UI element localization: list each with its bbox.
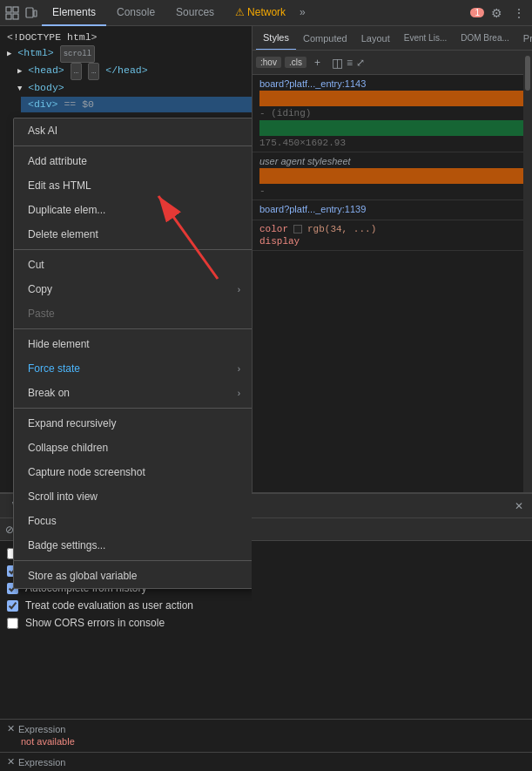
expand-btn-2[interactable]: … [88, 63, 99, 80]
ctx-delete[interactable]: Delete element [14, 222, 253, 247]
expand-btn-1[interactable]: … [71, 63, 82, 80]
green-bar-1 [259, 120, 525, 136]
hov-badge[interactable]: :hov [256, 57, 281, 68]
ctx-force-state[interactable]: Force state › [14, 356, 253, 381]
ctx-break-on[interactable]: Break on › [14, 381, 253, 405]
cls-badge[interactable]: .cls [285, 57, 306, 68]
settings-icon[interactable]: ⚙ [488, 4, 506, 22]
tab-styles[interactable]: Styles [256, 26, 296, 51]
styles-toolbar: :hov .cls + ◫ ≡ ⤢ [253, 51, 532, 75]
style-rule-size: 175.450×1692.93 [259, 138, 525, 148]
ctx-badge[interactable]: Badge settings... [14, 533, 253, 558]
expand-style-icon[interactable]: ⤢ [356, 57, 365, 69]
ctx-break-arrow: › [238, 389, 240, 398]
checkbox-treat-eval-label: Treat code evaluation as user action [25, 599, 193, 612]
inspect-icon[interactable] [3, 4, 21, 22]
display-label: display [259, 236, 525, 247]
checkbox-show-cors: Show CORS errors in console [7, 614, 525, 632]
checkbox-treat-eval-input[interactable] [7, 600, 18, 612]
style-source-1: board?platf..._entry:1143 [259, 78, 525, 89]
svg-rect-3 [13, 14, 18, 19]
ctx-collapse[interactable]: Collapse children [14, 436, 253, 460]
close-panel-btn[interactable]: ✕ [509, 498, 529, 514]
more-icon[interactable]: ⋮ [509, 4, 529, 22]
color-section: color rgb(34, ...) display [253, 220, 532, 251]
ctx-sep-1 [14, 145, 253, 146]
ctx-duplicate[interactable]: Duplicate elem... [14, 198, 253, 222]
device-icon[interactable] [23, 4, 40, 22]
expression-section-2: ✕ Expression [0, 752, 532, 771]
scrollbar-thumb [525, 56, 530, 91]
html-head-line[interactable]: ▶ <head> … … </head> [7, 63, 245, 80]
html-doctype-line: <!DOCTYPE html> [7, 30, 245, 45]
tab-event-listeners[interactable]: Event Lis... [397, 26, 454, 51]
ctx-sep-5 [14, 560, 253, 561]
ctx-add-attribute[interactable]: Add attribute [14, 149, 253, 173]
tab-more[interactable]: » [296, 0, 309, 26]
color-swatch[interactable] [293, 225, 302, 233]
ctx-paste: Paste [14, 301, 253, 326]
ctx-expand[interactable]: Expand recursively [14, 411, 253, 436]
svg-rect-1 [13, 7, 18, 12]
tab-network[interactable]: ⚠ Network [225, 0, 296, 26]
svg-rect-5 [34, 10, 37, 17]
style-block-useragent: user agent stylesheet - [253, 152, 532, 200]
color-label: color [259, 224, 288, 234]
color-value: rgb(34, ...) [307, 224, 376, 234]
svg-rect-0 [6, 7, 11, 12]
svg-rect-4 [26, 8, 33, 17]
expression-label-1: ✕ Expression [7, 723, 525, 734]
toggle-style-icon[interactable]: ≡ [347, 57, 353, 69]
ctx-cut[interactable]: Cut [14, 253, 253, 277]
ctx-hide[interactable]: Hide element [14, 332, 253, 356]
style-source-ua: user agent stylesheet [259, 156, 525, 166]
ctx-copy-arrow: › [238, 285, 240, 294]
style-link-1: board?platf..._entry:1143 [259, 78, 366, 89]
expression-value-1: not available [7, 734, 525, 748]
color-row: color rgb(34, ...) [259, 224, 525, 234]
ctx-sep-3 [14, 328, 253, 329]
ctx-scroll[interactable]: Scroll into view [14, 484, 253, 509]
ctx-store[interactable]: Store as global variable [14, 564, 253, 588]
html-div-selected[interactable]: <div> == $0 [7, 97, 245, 112]
add-style-btn[interactable]: + [310, 54, 325, 71]
topbar-right: 1 ⚙ ⋮ [467, 4, 529, 22]
devtools-topbar: Elements Console Sources ⚠ Network » 1 ⚙… [0, 0, 532, 26]
ctx-sep-2 [14, 249, 253, 250]
style-dash-1: - (iding) [259, 108, 525, 118]
context-menu: Ask AI Add attribute Edit as HTML Duplic… [13, 118, 253, 589]
issues-badge: 1 [470, 8, 484, 17]
tab-sources[interactable]: Sources [165, 0, 225, 26]
scroll-btn[interactable]: scroll [60, 45, 95, 63]
style-link-2: board?platf..._entry:1139 [259, 204, 366, 214]
style-dash-ua: - [259, 186, 525, 196]
styles-tabs: Styles Computed Layout Event Lis... DOM … [253, 26, 532, 51]
box-model-icon[interactable]: ◫ [332, 56, 343, 70]
ctx-copy[interactable]: Copy › [14, 277, 253, 301]
ctx-ask-ai[interactable]: Ask AI [14, 118, 253, 143]
html-body-line[interactable]: ▼ <body> [7, 80, 245, 97]
checkbox-treat-eval: Treat code evaluation as user action [7, 597, 525, 614]
tab-elements[interactable]: Elements [42, 0, 106, 26]
ctx-capture[interactable]: Capture node screenshot [14, 460, 253, 484]
html-code: <!DOCTYPE html> ▶ <html> scroll ▶ <head>… [0, 26, 252, 116]
tab-computed[interactable]: Computed [296, 26, 354, 51]
tab-dom-breakpoints[interactable]: DOM Brea... [454, 26, 516, 51]
style-block-1: board?platf..._entry:1143 - (iding) 175.… [253, 75, 532, 152]
tab-layout[interactable]: Layout [354, 26, 397, 51]
orange-bar-ua [259, 168, 525, 184]
tab-properties[interactable]: Properties [516, 26, 532, 51]
ctx-edit-html[interactable]: Edit as HTML [14, 173, 253, 198]
style-source-2: board?platf..._entry:1139 [259, 204, 525, 214]
orange-bar-1 [259, 91, 525, 106]
expression-label-2: ✕ Expression [7, 756, 525, 768]
ctx-focus[interactable]: Focus [14, 509, 253, 533]
checkbox-show-cors-input[interactable] [7, 618, 18, 629]
checkbox-show-cors-label: Show CORS errors in console [25, 617, 165, 629]
style-block-2: board?platf..._entry:1139 [253, 200, 532, 220]
html-html-line[interactable]: ▶ <html> scroll [7, 45, 245, 63]
ctx-force-arrow: › [238, 364, 240, 374]
tab-console[interactable]: Console [106, 0, 165, 26]
right-scrollbar[interactable] [523, 52, 532, 492]
expression-section-1: ✕ Expression not available [0, 719, 532, 752]
